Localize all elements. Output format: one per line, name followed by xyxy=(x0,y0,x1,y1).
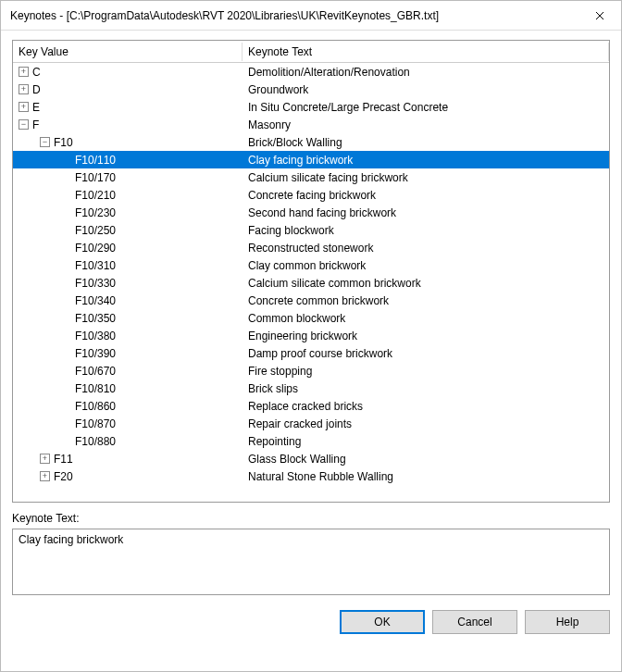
tree-key: F10/810 xyxy=(75,382,116,395)
tree-text: Brick slips xyxy=(243,382,609,395)
tree-key: F10/250 xyxy=(75,224,116,237)
tree-row[interactable]: F10/110Clay facing brickwork xyxy=(13,151,609,168)
tree-row[interactable]: F10/380Engineering brickwork xyxy=(13,327,609,344)
tree-text: Reconstructed stonework xyxy=(243,242,609,255)
tree-row[interactable]: F10/210Concrete facing brickwork xyxy=(13,186,609,204)
keynote-tree[interactable]: Key Value Keynote Text +CDemolition/Alte… xyxy=(12,40,610,503)
expand-icon[interactable]: + xyxy=(19,67,29,77)
tree-row[interactable]: F10/170Calcium silicate facing brickwork xyxy=(13,168,609,186)
tree-key: F10/880 xyxy=(75,435,116,448)
tree-row[interactable]: F10/670Fire stopping xyxy=(13,362,609,380)
column-header-text[interactable]: Keynote Text xyxy=(243,43,609,61)
keynote-text-label: Keynote Text: xyxy=(12,512,610,525)
tree-key: F10/110 xyxy=(75,154,116,167)
collapse-icon[interactable]: − xyxy=(40,137,50,147)
tree-key: F10/350 xyxy=(75,312,116,325)
tree-row[interactable]: +CDemolition/Alteration/Renovation xyxy=(13,63,609,81)
close-button[interactable] xyxy=(578,1,621,31)
tree-text: Glass Block Walling xyxy=(243,453,609,466)
tree-key: F10/390 xyxy=(75,347,116,360)
tree-text: Damp proof course brickwork xyxy=(243,347,609,360)
tree-text: Repair cracked joints xyxy=(243,417,609,430)
tree-key: C xyxy=(32,66,41,79)
tree-key: F xyxy=(32,118,39,131)
ok-button[interactable]: OK xyxy=(340,610,425,634)
tree-key: F10/870 xyxy=(75,417,116,430)
tree-text: Masonry xyxy=(243,118,609,131)
tree-key: F10 xyxy=(54,136,73,149)
keynote-text-value: Clay facing brickwork xyxy=(19,533,123,546)
tree-row[interactable]: +DGroundwork xyxy=(13,81,609,98)
cancel-button[interactable]: Cancel xyxy=(432,610,517,634)
tree-text: Clay common brickwork xyxy=(243,259,609,272)
tree-text: Calcium silicate common brickwork xyxy=(243,277,609,290)
tree-key: F11 xyxy=(54,453,73,466)
close-icon xyxy=(595,11,604,20)
tree-key: F10/340 xyxy=(75,294,116,307)
window-title: Keynotes - [C:\ProgramData\Autodesk\RVT … xyxy=(10,9,578,22)
expand-icon[interactable]: + xyxy=(19,102,29,112)
tree-row[interactable]: F10/880Repointing xyxy=(13,432,609,450)
tree-row[interactable]: +EIn Situ Concrete/Large Precast Concret… xyxy=(13,98,609,116)
tree-text: Natural Stone Rubble Walling xyxy=(243,470,609,483)
tree-text: Second hand facing brickwork xyxy=(243,206,609,219)
help-button[interactable]: Help xyxy=(525,610,610,634)
tree-text: Repointing xyxy=(243,435,609,448)
tree-row[interactable]: −F10Brick/Block Walling xyxy=(13,133,609,151)
expand-icon[interactable]: + xyxy=(40,471,50,481)
dialog-buttons: OK Cancel Help xyxy=(12,610,610,647)
tree-row[interactable]: F10/350Common blockwork xyxy=(13,309,609,327)
tree-text: Brick/Block Walling xyxy=(243,136,609,149)
tree-row[interactable]: F10/330Calcium silicate common brickwork xyxy=(13,274,609,292)
column-header-key[interactable]: Key Value xyxy=(13,43,243,61)
tree-key: F10/860 xyxy=(75,400,116,413)
keynote-text-field[interactable]: Clay facing brickwork xyxy=(12,529,610,595)
tree-text: Fire stopping xyxy=(243,365,609,378)
titlebar: Keynotes - [C:\ProgramData\Autodesk\RVT … xyxy=(1,1,621,31)
tree-text: Concrete facing brickwork xyxy=(243,189,609,202)
tree-key: D xyxy=(32,83,41,96)
tree-text: Demolition/Alteration/Renovation xyxy=(243,66,609,79)
tree-text: Clay facing brickwork xyxy=(243,154,609,167)
tree-row[interactable]: +F11Glass Block Walling xyxy=(13,450,609,467)
tree-text: Concrete common brickwork xyxy=(243,294,609,307)
expand-icon[interactable]: + xyxy=(19,84,29,94)
tree-text: Facing blockwork xyxy=(243,224,609,237)
tree-body[interactable]: +CDemolition/Alteration/Renovation+DGrou… xyxy=(13,63,609,502)
tree-text: Calcium silicate facing brickwork xyxy=(243,171,609,184)
tree-row[interactable]: F10/390Damp proof course brickwork xyxy=(13,344,609,362)
tree-row[interactable]: +F20Natural Stone Rubble Walling xyxy=(13,467,609,485)
tree-key: F10/380 xyxy=(75,330,116,342)
tree-text: Replace cracked bricks xyxy=(243,400,609,413)
tree-key: F10/230 xyxy=(75,206,116,219)
tree-row[interactable]: F10/230Second hand facing brickwork xyxy=(13,204,609,221)
tree-key: F10/330 xyxy=(75,277,116,290)
collapse-icon[interactable]: − xyxy=(19,119,29,130)
tree-row[interactable]: −FMasonry xyxy=(13,116,609,133)
tree-key: F10/670 xyxy=(75,365,116,378)
tree-header: Key Value Keynote Text xyxy=(13,41,609,63)
tree-text: Common blockwork xyxy=(243,312,609,325)
tree-row[interactable]: F10/860Replace cracked bricks xyxy=(13,397,609,415)
tree-text: In Situ Concrete/Large Precast Concrete xyxy=(243,101,609,114)
tree-key: E xyxy=(32,101,40,114)
tree-row[interactable]: F10/250Facing blockwork xyxy=(13,221,609,239)
tree-row[interactable]: F10/810Brick slips xyxy=(13,380,609,397)
tree-key: F10/170 xyxy=(75,171,116,184)
tree-key: F20 xyxy=(54,470,73,483)
tree-key: F10/310 xyxy=(75,259,116,272)
tree-text: Groundwork xyxy=(243,83,609,96)
tree-text: Engineering brickwork xyxy=(243,330,609,342)
expand-icon[interactable]: + xyxy=(40,454,50,464)
tree-row[interactable]: F10/310Clay common brickwork xyxy=(13,256,609,274)
tree-row[interactable]: F10/340Concrete common brickwork xyxy=(13,292,609,309)
tree-key: F10/210 xyxy=(75,189,116,202)
tree-row[interactable]: F10/870Repair cracked joints xyxy=(13,415,609,432)
tree-key: F10/290 xyxy=(75,242,116,255)
tree-row[interactable]: F10/290Reconstructed stonework xyxy=(13,239,609,256)
